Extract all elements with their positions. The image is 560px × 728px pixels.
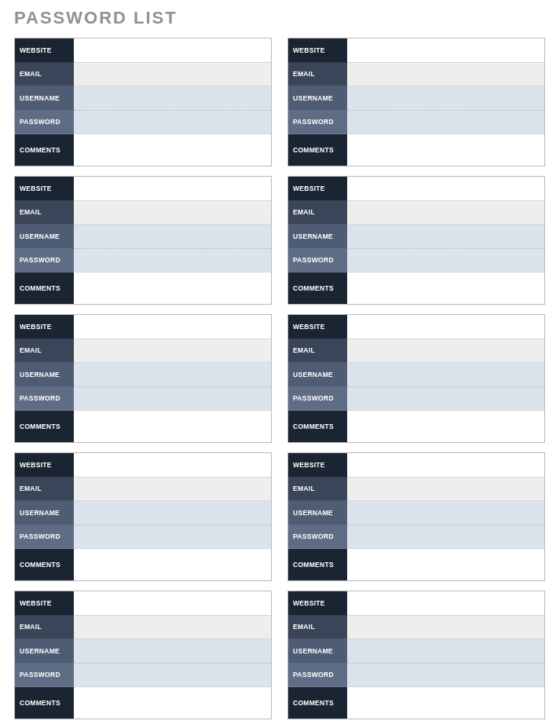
username-label: USERNAME xyxy=(288,501,347,525)
page-title: PASSWORD LIST xyxy=(14,8,546,28)
field-row-password: PASSWORD xyxy=(288,249,544,273)
comments-value xyxy=(347,134,544,166)
password-value xyxy=(74,387,271,412)
comments-value xyxy=(74,549,271,580)
username-label: USERNAME xyxy=(15,501,74,525)
password-label: PASSWORD xyxy=(15,525,74,550)
password-card: WEBSITEEMAILUSERNAMEPASSWORDCOMMENTS xyxy=(14,314,272,443)
field-row-comments: COMMENTS xyxy=(288,273,544,304)
email-label: EMAIL xyxy=(288,477,347,502)
comments-label: COMMENTS xyxy=(288,134,347,166)
field-row-email: EMAIL xyxy=(15,477,271,502)
email-label: EMAIL xyxy=(288,201,347,225)
field-row-username: USERNAME xyxy=(288,501,544,525)
field-row-email: EMAIL xyxy=(288,63,544,87)
field-row-username: USERNAME xyxy=(15,225,271,249)
field-row-password: PASSWORD xyxy=(288,664,544,688)
email-value xyxy=(347,63,544,87)
website-value xyxy=(347,315,544,339)
field-row-comments: COMMENTS xyxy=(15,687,271,719)
field-row-username: USERNAME xyxy=(288,86,544,111)
field-row-website: WEBSITE xyxy=(288,591,544,616)
password-label: PASSWORD xyxy=(288,525,347,550)
password-label: PASSWORD xyxy=(15,111,74,135)
field-row-password: PASSWORD xyxy=(15,249,271,273)
field-row-comments: COMMENTS xyxy=(288,411,544,442)
password-label: PASSWORD xyxy=(288,387,347,412)
username-value xyxy=(347,225,544,249)
email-label: EMAIL xyxy=(15,339,74,364)
comments-value xyxy=(74,411,271,442)
password-card: WEBSITEEMAILUSERNAMEPASSWORDCOMMENTS xyxy=(287,591,545,719)
email-value xyxy=(347,339,544,364)
website-label: WEBSITE xyxy=(288,453,347,477)
field-row-website: WEBSITE xyxy=(15,315,271,339)
field-row-comments: COMMENTS xyxy=(288,549,544,580)
field-row-comments: COMMENTS xyxy=(15,273,271,304)
field-row-email: EMAIL xyxy=(15,616,271,640)
password-card: WEBSITEEMAILUSERNAMEPASSWORDCOMMENTS xyxy=(14,452,272,581)
field-row-password: PASSWORD xyxy=(288,387,544,412)
email-label: EMAIL xyxy=(15,616,74,640)
comments-label: COMMENTS xyxy=(15,549,74,580)
username-value xyxy=(74,225,271,249)
field-row-password: PASSWORD xyxy=(15,664,271,688)
field-row-email: EMAIL xyxy=(288,616,544,640)
field-row-email: EMAIL xyxy=(15,201,271,225)
password-label: PASSWORD xyxy=(288,111,347,135)
comments-value xyxy=(347,687,544,719)
email-label: EMAIL xyxy=(288,63,347,87)
field-row-website: WEBSITE xyxy=(15,591,271,616)
email-value xyxy=(74,616,271,640)
username-value xyxy=(347,501,544,525)
field-row-website: WEBSITE xyxy=(288,453,544,477)
comments-label: COMMENTS xyxy=(15,411,74,442)
comments-value xyxy=(347,273,544,304)
email-value xyxy=(74,201,271,225)
comments-label: COMMENTS xyxy=(15,134,74,166)
email-value xyxy=(74,339,271,364)
password-card-grid: WEBSITEEMAILUSERNAMEPASSWORDCOMMENTSWEBS… xyxy=(14,38,546,719)
password-label: PASSWORD xyxy=(15,664,74,688)
password-label: PASSWORD xyxy=(15,387,74,412)
password-value xyxy=(74,525,271,550)
password-value xyxy=(74,664,271,688)
field-row-email: EMAIL xyxy=(15,339,271,364)
website-label: WEBSITE xyxy=(288,177,347,201)
field-row-comments: COMMENTS xyxy=(15,134,271,166)
username-value xyxy=(347,639,544,664)
password-value xyxy=(347,249,544,273)
username-value xyxy=(74,363,271,387)
website-label: WEBSITE xyxy=(15,453,74,477)
email-value xyxy=(347,477,544,502)
website-label: WEBSITE xyxy=(288,315,347,339)
password-value xyxy=(74,249,271,273)
field-row-username: USERNAME xyxy=(288,639,544,664)
field-row-website: WEBSITE xyxy=(288,315,544,339)
email-value xyxy=(347,616,544,640)
field-row-password: PASSWORD xyxy=(288,525,544,550)
comments-label: COMMENTS xyxy=(15,687,74,719)
username-label: USERNAME xyxy=(288,86,347,111)
website-value xyxy=(347,177,544,201)
password-label: PASSWORD xyxy=(288,249,347,273)
field-row-comments: COMMENTS xyxy=(288,134,544,166)
website-label: WEBSITE xyxy=(288,591,347,616)
comments-value xyxy=(347,549,544,580)
comments-value xyxy=(347,411,544,442)
field-row-username: USERNAME xyxy=(15,501,271,525)
field-row-username: USERNAME xyxy=(288,363,544,387)
username-label: USERNAME xyxy=(15,86,74,111)
password-label: PASSWORD xyxy=(288,664,347,688)
website-label: WEBSITE xyxy=(15,591,74,616)
email-value xyxy=(347,201,544,225)
password-card: WEBSITEEMAILUSERNAMEPASSWORDCOMMENTS xyxy=(287,176,545,305)
website-value xyxy=(74,38,271,63)
password-value xyxy=(347,664,544,688)
website-value xyxy=(74,453,271,477)
username-label: USERNAME xyxy=(15,639,74,664)
email-label: EMAIL xyxy=(288,616,347,640)
field-row-comments: COMMENTS xyxy=(15,411,271,442)
email-value xyxy=(74,63,271,87)
website-value xyxy=(347,38,544,63)
